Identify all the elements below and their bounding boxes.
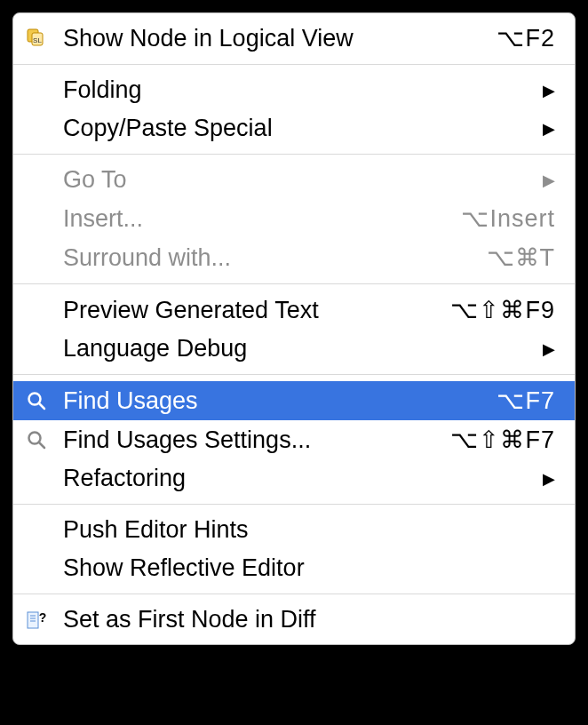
menu-item-label: Surround with... (63, 244, 469, 272)
menu-item-insert: Insert...⌥Insert (13, 199, 575, 238)
icon-placeholder (26, 298, 54, 323)
menu-item-label: Push Editor Hints (63, 516, 555, 544)
svg-text:SL: SL (33, 36, 42, 44)
menu-item-surround-with: Surround with...⌥⌘T (13, 238, 575, 277)
svg-line-6 (39, 442, 44, 448)
menu-item-preview-generated-text[interactable]: Preview Generated Text⌥⇧⌘F9 (13, 291, 575, 330)
menu-separator (13, 594, 575, 594)
menu-separator (13, 64, 575, 65)
icon-placeholder (26, 518, 54, 543)
submenu-arrow-icon: ▶ (543, 339, 555, 359)
menu-item-shortcut: ⌥Insert (461, 204, 555, 233)
menu-item-label: Language Debug (63, 335, 532, 362)
menu-item-label: Copy/Paste Special (63, 115, 532, 142)
menu-item-label: Refactoring (63, 465, 532, 492)
search-icon-dim (26, 427, 54, 452)
svg-rect-7 (28, 612, 38, 628)
menu-item-language-debug[interactable]: Language Debug▶ (13, 330, 575, 368)
menu-separator (13, 504, 575, 505)
menu-item-shortcut: ⌥⇧⌘F7 (450, 426, 555, 454)
submenu-arrow-icon: ▶ (543, 119, 555, 139)
submenu-arrow-icon: ▶ (543, 81, 555, 100)
menu-item-shortcut: ⌥F7 (497, 386, 555, 415)
menu-item-refactoring[interactable]: Refactoring▶ (13, 459, 575, 498)
menu-item-label: Show Reflective Editor (63, 554, 555, 582)
menu-item-push-editor-hints[interactable]: Push Editor Hints (13, 511, 575, 549)
menu-item-find-usages-settings[interactable]: Find Usages Settings...⌥⇧⌘F7 (13, 420, 575, 459)
menu-item-find-usages[interactable]: Find Usages⌥F7 (13, 381, 575, 420)
menu-item-label: Find Usages (63, 387, 479, 415)
menu-item-label: Go To (63, 166, 532, 194)
menu-item-shortcut: ⌥⇧⌘F9 (450, 296, 555, 324)
icon-placeholder (26, 466, 54, 491)
diff-node-icon: ? (26, 608, 54, 633)
menu-item-label: Insert... (63, 205, 443, 233)
menu-item-label: Set as First Node in Diff (63, 606, 555, 633)
svg-line-4 (39, 403, 44, 409)
menu-item-show-node-in-logical-view[interactable]: SLShow Node in Logical View⌥F2 (13, 19, 575, 58)
menu-item-folding[interactable]: Folding▶ (13, 71, 575, 109)
menu-separator (13, 154, 575, 155)
menu-separator (13, 374, 575, 375)
search-icon (26, 388, 54, 413)
submenu-arrow-icon: ▶ (543, 171, 555, 190)
menu-item-label: Show Node in Logical View (63, 25, 479, 52)
icon-placeholder (26, 337, 54, 362)
icon-placeholder (26, 206, 54, 231)
icon-placeholder (26, 78, 54, 103)
logical-view-icon: SL (26, 26, 54, 51)
menu-separator (13, 283, 575, 284)
menu-item-copy-paste-special[interactable]: Copy/Paste Special▶ (13, 109, 575, 147)
menu-item-label: Find Usages Settings... (63, 426, 433, 454)
menu-item-shortcut: ⌥⌘T (487, 243, 556, 272)
menu-item-label: Folding (63, 76, 532, 104)
svg-text:?: ? (39, 610, 47, 625)
submenu-arrow-icon: ▶ (543, 469, 555, 489)
menu-item-label: Preview Generated Text (63, 297, 433, 324)
icon-placeholder (26, 556, 54, 581)
menu-item-shortcut: ⌥F2 (497, 24, 555, 52)
menu-item-show-reflective-editor[interactable]: Show Reflective Editor (13, 549, 575, 587)
menu-item-go-to: Go To▶ (13, 161, 575, 199)
icon-placeholder (26, 116, 54, 141)
icon-placeholder (26, 168, 54, 193)
context-menu: SLShow Node in Logical View⌥F2Folding▶Co… (12, 12, 576, 645)
menu-item-set-as-first-node-in-diff[interactable]: ?Set as First Node in Diff (13, 601, 575, 639)
icon-placeholder (26, 245, 54, 270)
